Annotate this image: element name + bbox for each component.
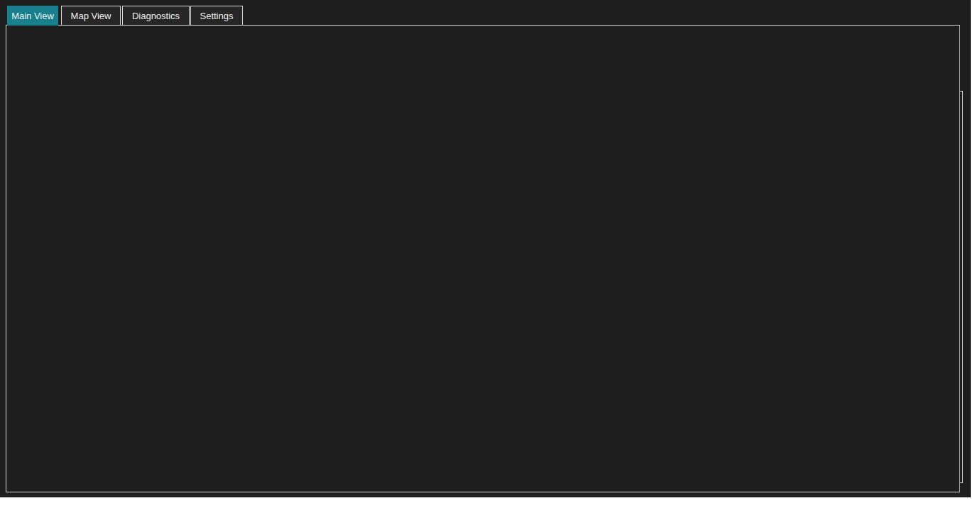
app-window: Main View Map View Diagnostics Settings …	[0, 0, 971, 497]
tab-main-view[interactable]: Main View	[7, 6, 58, 26]
tab-page-frame	[6, 25, 960, 492]
